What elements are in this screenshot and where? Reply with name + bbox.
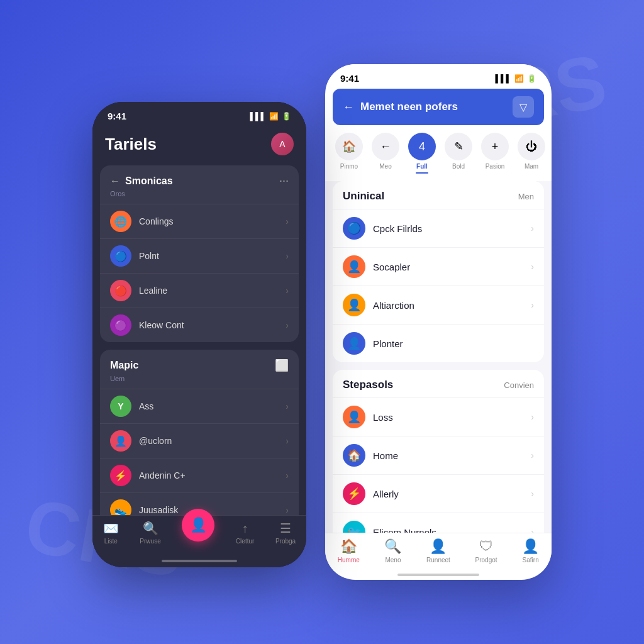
- item-label: Conlings: [139, 216, 278, 226]
- pinmo-label: Pinmo: [340, 163, 358, 170]
- fab-add-button[interactable]: 👤: [182, 509, 214, 541]
- section2-action-icon[interactable]: ⬜: [275, 358, 289, 372]
- list-item[interactable]: Y Ass ›: [100, 389, 299, 423]
- right-bottom-tabbar: 🏠 Humme 🔍 Meno 👤 Runneet 🛡 Prodgot 👤 Saf…: [325, 533, 552, 571]
- list-item[interactable]: 🏠 Home ›: [333, 436, 544, 474]
- filter-tab-meo[interactable]: ← Meo: [369, 133, 402, 174]
- item-label: Plonter: [373, 338, 534, 349]
- list-item[interactable]: 🔵 Cpck Filrlds ›: [333, 209, 544, 247]
- tab-menu[interactable]: ☰ Probga: [275, 521, 296, 545]
- left-section-1: ← Smonicas ··· Oros 🌐 Conlings › 🔵 Polnt: [100, 165, 299, 342]
- uninical-header: Uninical Men: [333, 181, 544, 209]
- list-item[interactable]: ⚡ Andenin C+ ›: [100, 458, 299, 492]
- chevron-right-icon: ›: [286, 286, 289, 296]
- list-item[interactable]: 🌐 Conlings ›: [100, 204, 299, 238]
- right-content: Uninical Men 🔵 Cpck Filrlds › 👤 Socapler…: [325, 181, 552, 533]
- full-label: Full: [416, 163, 428, 170]
- search-icon: 🔍: [143, 521, 158, 536]
- section1-title: Smonicas: [125, 175, 173, 187]
- back-icon[interactable]: ←: [110, 175, 120, 187]
- stepasols-header: Stepasols Convien: [333, 370, 544, 397]
- stepasols-action[interactable]: Convien: [504, 380, 534, 390]
- item-icon: 🐦: [343, 521, 365, 533]
- section2-title: Mapic: [110, 360, 138, 371]
- right-status-icons: ▌▌▌ 📶 🔋: [495, 74, 536, 83]
- meo-label: Meo: [379, 163, 391, 170]
- filter-tabs-row: 🏠 Pinmo ← Meo 4 Full ✎ Bold + Pasion ⏻: [325, 133, 552, 181]
- filter-button[interactable]: ▽: [513, 96, 534, 118]
- tab-humme-label: Humme: [338, 557, 360, 564]
- item-label: Socapler: [373, 262, 523, 272]
- tab-humme[interactable]: 🏠 Humme: [338, 538, 360, 564]
- left-header: Tariels A: [92, 126, 306, 165]
- stepasols-section: Stepasols Convien 👤 Loss › 🏠 Home › ⚡ Al…: [333, 370, 544, 533]
- signal-icon: ▌▌▌: [250, 112, 266, 121]
- tab-runneet[interactable]: 👤 Runneet: [426, 538, 450, 564]
- fab-icon: 👤: [190, 517, 207, 533]
- list-item[interactable]: 👤 Loss ›: [333, 397, 544, 436]
- right-home-indicator: [397, 574, 479, 576]
- tab-safirn[interactable]: 👤 Safirn: [522, 538, 539, 564]
- mam-label: Mam: [525, 163, 538, 170]
- item-icon: 👤: [343, 255, 365, 278]
- left-status-bar: 9:41 ▌▌▌ 📶 🔋: [92, 102, 306, 126]
- tab-prodgot[interactable]: 🛡 Prodgot: [475, 538, 497, 564]
- item-label: Loss: [373, 412, 523, 423]
- more-icon[interactable]: ···: [279, 174, 289, 187]
- section1-subtitle: Oros: [100, 190, 299, 204]
- list-item[interactable]: 🟣 Kleow Cont ›: [100, 308, 299, 342]
- chevron-right-icon: ›: [531, 412, 534, 422]
- left-phone: 9:41 ▌▌▌ 📶 🔋 Tariels A ←: [92, 102, 306, 567]
- mam-icon: ⏻: [518, 133, 545, 160]
- liste-icon: ✉️: [103, 521, 119, 536]
- list-item[interactable]: 🔵 Polnt ›: [100, 238, 299, 273]
- header-left: ← Memet neen pofers: [343, 101, 458, 114]
- item-icon: 🔵: [343, 217, 365, 240]
- tab-liste[interactable]: ✉️ Liste: [103, 521, 119, 545]
- list-item[interactable]: 👤 Socapler ›: [333, 247, 544, 286]
- person-tab-icon: 👤: [522, 538, 539, 555]
- chevron-right-icon: ›: [286, 401, 289, 411]
- tab-meno[interactable]: 🔍 Meno: [384, 538, 401, 564]
- filter-tab-pinmo[interactable]: 🏠 Pinmo: [333, 133, 365, 174]
- item-label: Allerly: [373, 489, 523, 499]
- item-label: @uclorn: [139, 436, 278, 446]
- chevron-right-icon: ›: [286, 251, 289, 261]
- bold-label: Bold: [452, 163, 465, 170]
- item-label: Polnt: [139, 251, 278, 261]
- signal-icon: ▌▌▌: [495, 74, 511, 83]
- back-button[interactable]: ←: [343, 101, 354, 114]
- filter-tab-full[interactable]: 4 Full: [406, 133, 438, 174]
- chevron-right-icon: ›: [286, 436, 289, 446]
- item-icon: 👤: [343, 406, 365, 428]
- item-icon: ⚡: [343, 482, 365, 505]
- avatar[interactable]: A: [271, 133, 294, 155]
- active-indicator: [416, 172, 428, 174]
- list-item[interactable]: 👤 @uclorn ›: [100, 423, 299, 458]
- tab-liste-label: Liste: [104, 538, 118, 545]
- shield-tab-icon: 🛡: [479, 538, 493, 555]
- section2-subtitle: Uem: [100, 375, 299, 389]
- list-item[interactable]: 👤 Plonter: [333, 324, 544, 362]
- list-item[interactable]: 👤 Altiarction ›: [333, 286, 544, 324]
- item-icon: 👤: [343, 294, 365, 316]
- list-item[interactable]: 🐦 Elicom Nurnols ›: [333, 513, 544, 533]
- tab-prodgot-label: Prodgot: [475, 557, 497, 564]
- tab-clettur[interactable]: ↑ Clettur: [236, 521, 254, 545]
- item-label: Cpck Filrlds: [373, 223, 523, 234]
- item-label: Kleow Cont: [139, 320, 278, 330]
- full-icon: 4: [408, 133, 436, 160]
- item-icon: 👤: [343, 332, 365, 355]
- battery-icon: 🔋: [527, 74, 536, 83]
- right-header-title: Memet neen pofers: [360, 101, 458, 113]
- wifi-icon: 📶: [269, 112, 279, 121]
- tab-search[interactable]: 🔍 Prwuse: [140, 521, 160, 545]
- list-item[interactable]: 🔴 Lealine ›: [100, 273, 299, 308]
- filter-tab-mam[interactable]: ⏻ Mam: [515, 133, 548, 174]
- uninical-action[interactable]: Men: [518, 192, 534, 201]
- list-item[interactable]: ⚡ Allerly ›: [333, 474, 544, 513]
- filter-tab-bold[interactable]: ✎ Bold: [442, 133, 475, 174]
- filter-icon-symbol: ▽: [519, 101, 527, 113]
- filter-tab-pasion[interactable]: + Pasion: [479, 133, 511, 174]
- item-label: Andenin C+: [139, 470, 278, 480]
